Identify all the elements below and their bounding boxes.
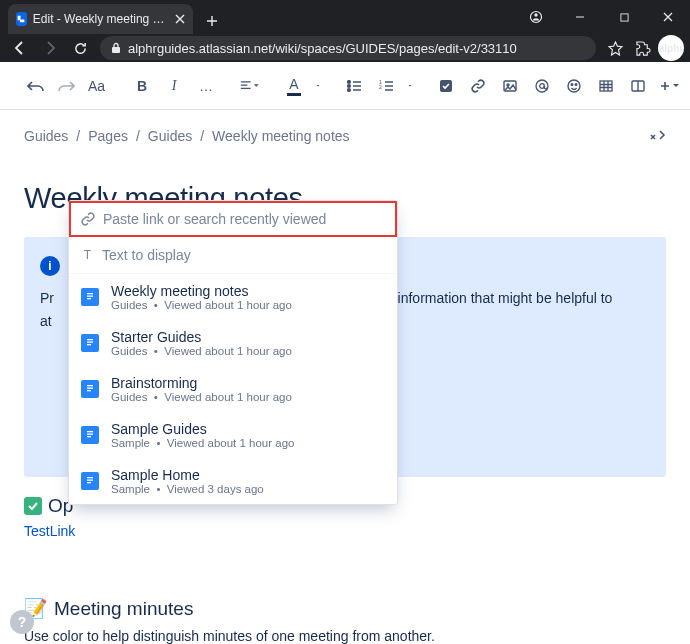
svg-rect-24 [87, 298, 91, 299]
editor-toolbar: Aa B I … A 12 AGA Publish Close ••• [0, 62, 690, 110]
restrictions-icon[interactable] [648, 128, 666, 142]
image-button[interactable] [496, 71, 524, 101]
breadcrumb-item[interactable]: Guides [24, 128, 68, 144]
svg-rect-32 [87, 390, 91, 391]
window-maximize-icon[interactable] [602, 0, 646, 34]
svg-point-6 [348, 88, 351, 91]
page-icon [81, 288, 99, 306]
emoji-button[interactable] [560, 71, 588, 101]
breadcrumb-item[interactable]: Guides [148, 128, 192, 144]
svg-rect-35 [87, 434, 93, 435]
svg-text:2: 2 [379, 84, 382, 90]
nav-back-icon[interactable] [6, 34, 34, 62]
text-style-dropdown[interactable]: Aa [84, 71, 112, 101]
link-text-field[interactable]: T [69, 237, 397, 273]
svg-point-12 [536, 80, 548, 92]
page-icon [81, 472, 99, 490]
svg-point-15 [571, 83, 573, 85]
svg-point-0 [531, 12, 542, 23]
account-indicator-icon[interactable] [514, 0, 558, 34]
svg-rect-26 [87, 339, 93, 340]
tab-close-icon[interactable] [174, 12, 185, 26]
svg-rect-30 [87, 385, 93, 386]
check-emoji-icon [24, 497, 42, 515]
svg-rect-25 [85, 337, 95, 349]
window-minimize-icon[interactable] [558, 0, 602, 34]
url-text: alphrguides.atlassian.net/wiki/spaces/GU… [128, 41, 517, 56]
svg-rect-40 [87, 482, 91, 483]
bullet-list-button[interactable] [340, 71, 368, 101]
svg-rect-27 [87, 342, 93, 343]
recent-item[interactable]: Sample Guides Sample • Viewed about 1 ho… [69, 412, 397, 458]
svg-point-4 [348, 80, 351, 83]
link-icon [81, 212, 95, 226]
svg-rect-17 [600, 81, 612, 91]
svg-point-16 [575, 83, 577, 85]
svg-rect-38 [87, 477, 93, 478]
breadcrumb-item[interactable]: Pages [88, 128, 128, 144]
breadcrumb-item[interactable]: Weekly meeting notes [212, 128, 349, 144]
svg-rect-37 [85, 475, 95, 487]
nav-forward-icon [36, 34, 64, 62]
mention-button[interactable] [528, 71, 556, 101]
svg-rect-23 [87, 296, 93, 297]
window-close-icon[interactable] [646, 0, 690, 34]
svg-rect-29 [85, 383, 95, 395]
text-color-button[interactable]: A [280, 71, 308, 101]
bookmark-star-icon[interactable] [602, 35, 628, 61]
text-color-dropdown[interactable] [312, 71, 324, 101]
recent-item-title: Sample Guides [111, 421, 294, 437]
link-search-input[interactable] [103, 211, 385, 227]
browser-chrome: Edit - Weekly meeting notes - Gu alphrgu… [0, 0, 690, 62]
text-icon: T [81, 248, 94, 262]
page-icon [81, 334, 99, 352]
link-text-input[interactable] [102, 247, 385, 263]
svg-rect-21 [85, 291, 95, 303]
action-item-button[interactable] [432, 71, 460, 101]
link-testlink[interactable]: TestLink [24, 523, 666, 539]
svg-point-11 [507, 84, 509, 86]
lock-icon [110, 42, 122, 54]
new-tab-button[interactable] [199, 8, 225, 34]
extensions-icon[interactable] [630, 35, 656, 61]
undo-button[interactable] [22, 71, 50, 101]
svg-rect-33 [85, 429, 95, 441]
recent-item-title: Sample Home [111, 467, 264, 483]
svg-rect-31 [87, 388, 93, 389]
tab-title: Edit - Weekly meeting notes - Gu [33, 12, 168, 26]
recent-item[interactable]: Sample Home Sample • Viewed 3 days ago [69, 458, 397, 504]
table-button[interactable] [592, 71, 620, 101]
italic-button[interactable]: I [160, 71, 188, 101]
nav-reload-icon[interactable] [66, 34, 94, 62]
svg-rect-36 [87, 436, 91, 437]
recent-item-title: Starter Guides [111, 329, 292, 345]
help-button[interactable]: ? [10, 610, 34, 634]
profile-avatar[interactable]: alphr [658, 35, 684, 61]
recent-item-meta: Sample • Viewed 3 days ago [111, 483, 264, 495]
recent-item-title: Brainstorming [111, 375, 292, 391]
svg-rect-22 [87, 293, 93, 294]
svg-rect-3 [112, 47, 120, 53]
svg-rect-2 [620, 13, 627, 20]
bold-button[interactable]: B [128, 71, 156, 101]
redo-button[interactable] [52, 71, 80, 101]
layout-button[interactable] [624, 71, 652, 101]
section-subtext[interactable]: Use color to help distinguish minutes of… [24, 628, 666, 644]
svg-rect-34 [87, 431, 93, 432]
list-dropdown[interactable] [404, 71, 416, 101]
svg-point-13 [540, 83, 545, 88]
alignment-dropdown[interactable] [236, 71, 264, 101]
recent-item[interactable]: Weekly meeting notes Guides • Viewed abo… [69, 274, 397, 320]
recent-item[interactable]: Starter Guides Guides • Viewed about 1 h… [69, 320, 397, 366]
numbered-list-button[interactable]: 12 [372, 71, 400, 101]
info-icon: i [40, 256, 60, 276]
section-heading[interactable]: Meeting minutes [54, 598, 193, 620]
address-bar[interactable]: alphrguides.atlassian.net/wiki/spaces/GU… [100, 36, 596, 60]
link-search-field[interactable] [69, 201, 397, 237]
more-formatting-button[interactable]: … [192, 71, 220, 101]
insert-dropdown[interactable] [656, 71, 684, 101]
link-button[interactable] [464, 71, 492, 101]
recent-item-meta: Sample • Viewed about 1 hour ago [111, 437, 294, 449]
recent-item[interactable]: Brainstorming Guides • Viewed about 1 ho… [69, 366, 397, 412]
browser-tab-active[interactable]: Edit - Weekly meeting notes - Gu [8, 4, 193, 34]
